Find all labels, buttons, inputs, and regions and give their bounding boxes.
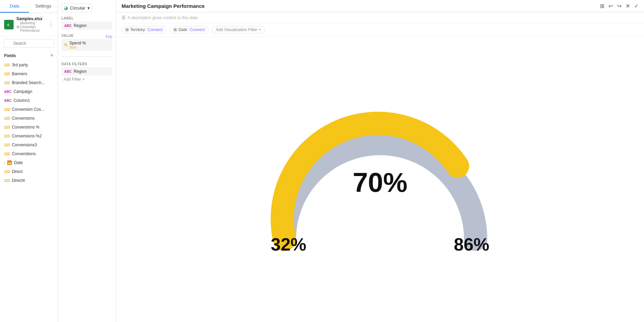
field-item[interactable]: 123Converstions <box>0 149 58 158</box>
fx-button[interactable]: F(x) <box>106 35 112 39</box>
date-label: Date: <box>178 27 188 32</box>
gauge-center-value: 70% <box>353 167 407 198</box>
type-pct-icon: % <box>64 43 67 47</box>
date-filter-icon: ⊞ <box>173 27 177 32</box>
search-wrap: 🔍 <box>3 39 54 48</box>
field-item[interactable]: 123Direct <box>0 167 58 176</box>
label-section: LABEL ABC Region <box>61 16 112 30</box>
filter-type-abc-icon: ABC <box>64 70 72 73</box>
label-field-pill[interactable]: ABC Region <box>61 22 112 30</box>
file-icon: S <box>4 20 14 29</box>
more-options-button[interactable]: ⋮ <box>48 21 54 28</box>
main-panel: Marketing Campaign Performance ⊞ ↩ ↪ ✕ ✓… <box>116 0 644 322</box>
close-button[interactable]: ✕ <box>626 3 630 9</box>
type-num-icon: 123 <box>4 125 10 129</box>
data-filters-section: DATA FILTERS ABC Region Add Filter + <box>61 62 112 83</box>
field-name: Banners <box>12 71 27 76</box>
tab-data[interactable]: Data <box>0 0 29 13</box>
type-num-icon: 123 <box>4 108 10 111</box>
chart-area: 70% 32% 86% <box>116 37 644 322</box>
add-field-button[interactable]: + <box>50 52 54 59</box>
territory-filter-icon: ⊞ <box>125 27 129 32</box>
gauge-right-label: 86% <box>454 234 489 255</box>
redo-button[interactable]: ↪ <box>617 3 621 9</box>
fields-header: Fields + <box>0 51 58 61</box>
field-name: Conversions %2 <box>12 134 42 138</box>
field-item[interactable]: 1233rd party <box>0 61 58 69</box>
file-name: Samples.xlsx <box>16 16 48 21</box>
search-input[interactable] <box>3 39 54 48</box>
svg-text:S: S <box>7 23 9 27</box>
chart-type-button[interactable]: ◕ Circular ▾ <box>61 3 92 12</box>
field-name: Campaign <box>14 89 32 94</box>
type-abc-icon: ABC <box>4 90 12 94</box>
add-viz-plus-icon: + <box>259 27 261 32</box>
field-item[interactable]: 123Branded Search... <box>0 78 58 87</box>
add-filter-button[interactable]: Add Filter + <box>61 76 112 83</box>
field-list: 1233rd party123Banners123Branded Search.… <box>0 61 58 322</box>
value-section: VALUE F(x) % Spend % Sum <box>61 34 112 51</box>
divider <box>61 56 112 57</box>
type-num-icon: 123 <box>4 72 10 76</box>
field-name: 3rd party <box>12 63 28 67</box>
description-placeholder[interactable]: A description gives context to this data <box>128 15 197 20</box>
type-num-icon: 123 <box>4 117 10 120</box>
add-viz-filter-button[interactable]: Add Visualization Filter + <box>212 26 265 33</box>
date-filter-chip[interactable]: ⊞ Date: Connect <box>170 26 208 33</box>
territory-filter-chip[interactable]: ⊞ Territory: Connect <box>122 26 166 33</box>
type-abc-icon: ABC <box>4 99 12 103</box>
field-name: Converstions <box>12 151 36 156</box>
field-item[interactable]: 123Conversions3 <box>0 140 58 149</box>
field-name: Conversion Cos... <box>12 107 44 112</box>
field-item[interactable]: 123Banners <box>0 69 58 78</box>
field-name: Conversions % <box>12 125 40 130</box>
field-item[interactable]: ›📅Date <box>0 158 58 167</box>
main-toolbar: Marketing Campaign Performance ⊞ ↩ ↪ ✕ ✓ <box>116 0 644 12</box>
tab-settings[interactable]: Settings <box>29 0 58 13</box>
field-name: Direct4 <box>12 178 25 183</box>
filter-bar: ⊞ Territory: Connect ⊞ Date: Connect Add… <box>116 23 644 37</box>
middle-panel: ◕ Circular ▾ LABEL ABC Region VALUE F(x)… <box>58 0 116 322</box>
type-num-icon: 123 <box>4 143 10 147</box>
left-panel: Data Settings S Samples.xlsx ⊞ Marketing… <box>0 0 58 322</box>
field-name: Direct <box>12 169 23 174</box>
confirm-button[interactable]: ✓ <box>634 3 639 9</box>
file-info: S Samples.xlsx ⊞ Marketing Campaign Perf… <box>0 13 58 36</box>
type-abc-icon: ABC <box>64 24 72 28</box>
value-row: VALUE F(x) <box>61 34 112 39</box>
type-num-icon: 123 <box>4 63 10 67</box>
field-item[interactable]: 123Conversion Cos... <box>0 105 58 114</box>
undo-button[interactable]: ↩ <box>608 3 613 9</box>
field-item[interactable]: ABCColumn1 <box>0 96 58 105</box>
search-box: 🔍 <box>0 36 58 51</box>
gauge-container: 70% 32% 86% <box>243 77 517 282</box>
file-sub: ⊞ Marketing Campaign Performance <box>16 21 48 32</box>
tabs: Data Settings <box>0 0 58 13</box>
value-field-pill[interactable]: % Spend % Sum <box>61 39 112 51</box>
type-num-icon: 123 <box>4 170 10 174</box>
field-name: Column1 <box>14 98 30 103</box>
date-connect-button[interactable]: Connect <box>190 27 205 32</box>
territory-label: Territory: <box>130 27 146 32</box>
field-item[interactable]: 123Direct4 <box>0 176 58 185</box>
territory-connect-button[interactable]: Connect <box>148 27 163 32</box>
desc-icon: ☰ <box>122 15 126 20</box>
type-num-icon: 123 <box>4 134 10 138</box>
grid-view-button[interactable]: ⊞ <box>600 3 604 9</box>
fields-label: Fields <box>4 53 50 58</box>
field-item[interactable]: 123Conversions % <box>0 123 58 132</box>
field-name: Date <box>14 160 23 165</box>
filter-field-pill[interactable]: ABC Region <box>61 67 112 76</box>
field-item[interactable]: ABCCampaign <box>0 87 58 96</box>
circular-chart-icon: ◕ <box>64 5 68 11</box>
type-num-icon: 123 <box>4 152 10 156</box>
field-item[interactable]: 123Conversions <box>0 114 58 123</box>
field-item[interactable]: 123Conversions %2 <box>0 132 58 140</box>
gauge-bottom-labels: 32% 86% <box>243 234 517 255</box>
type-num-icon: 123 <box>4 81 10 85</box>
description-bar: ☰ A description gives context to this da… <box>116 12 644 23</box>
gauge-left-label: 32% <box>271 234 306 255</box>
date-icon: 📅 <box>7 160 12 165</box>
field-name: Branded Search... <box>12 80 45 85</box>
table-icon: ⊞ <box>16 25 19 29</box>
